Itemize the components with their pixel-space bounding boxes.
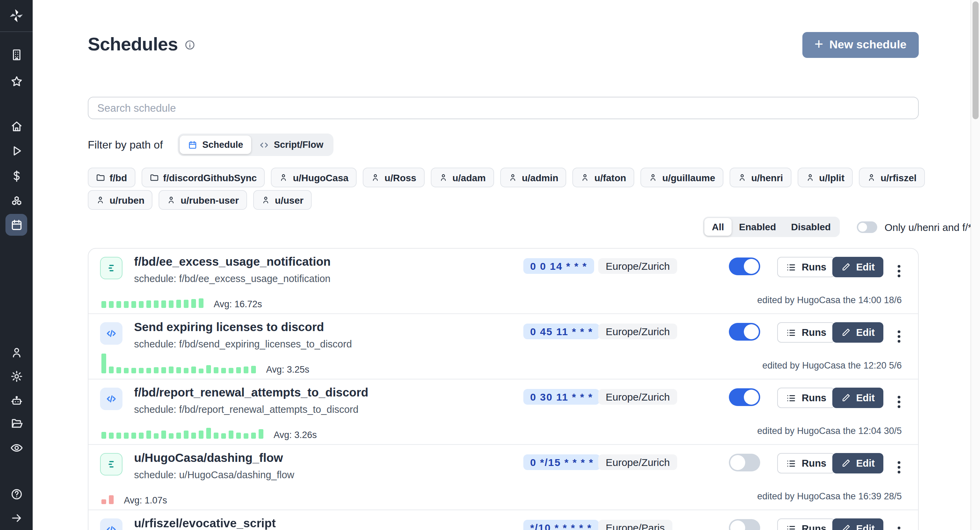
sidebar-item-workers[interactable] <box>0 390 33 411</box>
enabled-toggle[interactable] <box>729 257 760 275</box>
status-option-all[interactable]: All <box>705 218 732 236</box>
sparkline-bar[interactable] <box>259 429 263 439</box>
sparkline-bar[interactable] <box>131 433 136 439</box>
sparkline-bar[interactable] <box>251 366 256 373</box>
sparkline-bar[interactable] <box>221 368 226 373</box>
status-option-enabled[interactable]: Enabled <box>732 218 784 236</box>
sidebar-item-audit[interactable] <box>0 437 33 458</box>
sparkline-bar[interactable] <box>229 431 234 439</box>
runs-button[interactable]: Runs <box>777 453 835 473</box>
path-chip-f/bd[interactable]: f/bd <box>88 168 135 187</box>
sparkline-bar[interactable] <box>251 433 256 439</box>
sparkline-bar[interactable] <box>206 428 211 439</box>
sparkline-bar[interactable] <box>154 367 159 373</box>
tab-schedule[interactable]: Schedule <box>180 136 251 154</box>
sparkline-bar[interactable] <box>229 368 234 373</box>
windmill-logo[interactable] <box>0 0 33 32</box>
edit-button[interactable]: Edit <box>832 453 884 473</box>
sparkline-bar[interactable] <box>221 433 226 439</box>
runs-button[interactable]: Runs <box>777 388 835 408</box>
runs-sparkline[interactable]: Avg: 1.07s <box>102 494 167 504</box>
vertical-scrollbar[interactable] <box>970 0 980 530</box>
sparkline-bar[interactable] <box>191 299 196 308</box>
schedule-title[interactable]: f/bd/report_renewal_attempts_to_discord <box>134 386 369 400</box>
sidebar-item-schedules[interactable] <box>5 214 27 236</box>
sparkline-bar[interactable] <box>124 368 129 373</box>
sparkline-bar[interactable] <box>199 369 204 373</box>
runs-button[interactable]: Runs <box>777 322 835 343</box>
schedule-title[interactable]: u/rfiszel/evocative_script <box>134 516 275 530</box>
more-menu-button[interactable] <box>892 461 906 476</box>
edit-button[interactable]: Edit <box>832 388 884 408</box>
sparkline-bar[interactable] <box>124 433 129 439</box>
path-chip-u/ruben-user[interactable]: u/ruben-user <box>159 190 247 210</box>
path-chip-u/lplit[interactable]: u/lplit <box>797 168 853 187</box>
scrollbar-thumb[interactable] <box>972 2 978 119</box>
sparkline-bar[interactable] <box>184 368 189 373</box>
sidebar-item-settings[interactable] <box>0 366 33 386</box>
sidebar-item-users[interactable] <box>0 342 33 362</box>
path-chip-f/discordGithubSync[interactable]: f/discordGithubSync <box>141 168 265 187</box>
more-menu-button[interactable] <box>892 330 906 345</box>
sparkline-bar[interactable] <box>154 300 159 308</box>
sparkline-bar[interactable] <box>184 300 189 308</box>
sparkline-bar[interactable] <box>124 301 129 308</box>
sparkline-bar[interactable] <box>109 367 114 373</box>
path-chip-u/ruben[interactable]: u/ruben <box>88 190 153 210</box>
enabled-toggle[interactable] <box>729 519 760 530</box>
sidebar-item-variables[interactable] <box>0 166 33 186</box>
sparkline-bar[interactable] <box>154 433 159 439</box>
sidebar-item-workspace[interactable] <box>0 44 33 65</box>
tab-script-flow[interactable]: Script/Flow <box>251 136 332 154</box>
sidebar-item-collapse[interactable] <box>0 508 33 528</box>
sparkline-bar[interactable] <box>161 431 166 439</box>
path-chip-u/HugoCasa[interactable]: u/HugoCasa <box>271 168 356 187</box>
edit-button[interactable]: Edit <box>832 519 884 530</box>
path-chip-u/faton[interactable]: u/faton <box>573 168 634 187</box>
edit-button[interactable]: Edit <box>832 322 884 343</box>
info-icon[interactable] <box>185 39 196 50</box>
sparkline-bar[interactable] <box>191 433 196 439</box>
runs-sparkline[interactable]: Avg: 3.26s <box>102 428 317 439</box>
sparkline-bar[interactable] <box>214 367 218 373</box>
sparkline-bar[interactable] <box>243 367 248 373</box>
enabled-toggle[interactable] <box>729 388 760 406</box>
sparkline-bar[interactable] <box>146 300 151 308</box>
sidebar-item-favorites[interactable] <box>0 71 33 91</box>
edit-button[interactable]: Edit <box>832 257 884 277</box>
sidebar-item-runs[interactable] <box>0 140 33 161</box>
path-chip-u/user[interactable]: u/user <box>253 190 312 210</box>
path-chip-u/Ross[interactable]: u/Ross <box>363 168 424 187</box>
sparkline-bar[interactable] <box>236 367 241 373</box>
sparkline-bar[interactable] <box>139 301 143 308</box>
sparkline-bar[interactable] <box>146 431 151 439</box>
enabled-toggle[interactable] <box>729 454 760 471</box>
sparkline-bar[interactable] <box>161 300 166 308</box>
more-menu-button[interactable] <box>892 396 906 411</box>
sidebar-item-help[interactable] <box>0 484 33 504</box>
sparkline-bar[interactable] <box>169 300 173 308</box>
more-menu-button[interactable] <box>892 265 906 280</box>
only-henri-toggle[interactable] <box>856 221 877 233</box>
sparkline-bar[interactable] <box>102 499 106 504</box>
more-menu-button[interactable] <box>892 527 906 530</box>
schedule-title[interactable]: u/HugoCasa/dashing_flow <box>134 451 283 465</box>
sparkline-bar[interactable] <box>102 432 106 439</box>
sparkline-bar[interactable] <box>146 368 151 373</box>
search-input[interactable] <box>88 97 919 119</box>
sparkline-bar[interactable] <box>169 433 173 439</box>
sparkline-bar[interactable] <box>199 299 204 308</box>
path-chip-u/adam[interactable]: u/adam <box>430 168 494 187</box>
sparkline-bar[interactable] <box>176 367 181 373</box>
sparkline-bar[interactable] <box>243 433 248 439</box>
sparkline-bar[interactable] <box>214 433 218 439</box>
sparkline-bar[interactable] <box>169 367 173 373</box>
sparkline-bar[interactable] <box>199 431 204 439</box>
sparkline-bar[interactable] <box>236 433 241 439</box>
sparkline-bar[interactable] <box>116 367 121 373</box>
sparkline-bar[interactable] <box>139 433 143 439</box>
sidebar-item-home[interactable] <box>0 116 33 136</box>
sidebar-item-folders[interactable] <box>0 413 33 433</box>
runs-button[interactable]: Runs <box>777 257 835 277</box>
sparkline-bar[interactable] <box>109 433 114 439</box>
